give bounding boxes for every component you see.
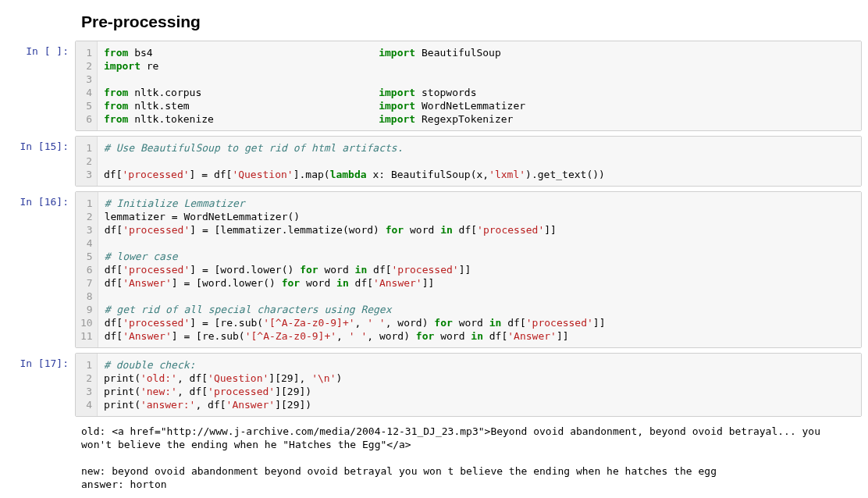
code-token: 'processed' [477,224,544,236]
code-content[interactable]: # double check: print('old:', df['Questi… [98,354,861,416]
code-token: from [104,100,128,112]
code-token: from [104,87,128,98]
code-token: # Initialize Lemmatizer [105,197,245,209]
code-token: ] = [word.lower() [190,264,300,276]
code-token: word [318,264,355,276]
code-token: word [453,317,489,329]
line-number: 3 [80,168,92,181]
line-number: 9 [80,303,93,316]
code-token: 'Answer' [226,399,276,411]
code-token: df[ [367,264,391,276]
code-token: df[ [483,330,507,342]
code-token: '[^A-Za-z0-9]+' [245,330,336,342]
code-token: word [434,330,471,342]
code-token: ' ' [367,317,385,329]
code-token: # double check: [104,359,195,371]
line-number: 3 [80,385,92,398]
code-token: 'Question' [232,169,293,180]
code-cell: In [17]:1234# double check: print('old:'… [6,353,862,417]
code-token: 'Answer' [123,277,172,289]
line-number: 10 [80,316,93,329]
code-token: re [141,60,158,72]
code-input-area[interactable]: 123# Use BeautifulSoup to get rid of htm… [75,136,862,187]
code-token: ]] [557,330,569,342]
line-number-gutter: 123456 [76,41,98,130]
code-token: , [336,330,349,342]
code-token: 'new:' [141,386,177,397]
code-token: word [300,277,336,289]
code-token: nltk.stem [128,100,379,112]
code-token: ] = [re.sub( [190,317,263,329]
code-token: WordNetLemmatizer [415,100,525,112]
code-content[interactable]: from bs4 import BeautifulSoup import re … [98,41,861,130]
code-token: , df[ [177,372,208,384]
line-number: 11 [80,329,93,343]
code-content[interactable]: # Use BeautifulSoup to get rid of html a… [98,137,861,186]
code-input-area[interactable]: 1234# double check: print('old:', df['Qu… [75,353,862,417]
code-content[interactable]: # Initialize Lemmatizer lemmatizer = Wor… [98,192,861,347]
line-number: 6 [80,263,93,276]
line-number: 8 [80,290,93,303]
code-token: import [104,60,141,72]
code-token: 'Question' [208,372,269,384]
cell-prompt: In [15]: [6,136,75,152]
code-token: df[ [105,317,123,329]
code-token: import [379,113,415,125]
code-token: df[ [104,169,122,180]
code-token: df[ [105,264,123,276]
line-number: 3 [80,73,92,86]
code-token: ]] [422,277,435,289]
code-token: print( [104,399,141,411]
code-token: , word) [386,317,435,329]
line-number: 2 [80,59,92,73]
code-token: # get rid of all special characters usin… [105,304,392,315]
code-token: , df[ [195,399,226,411]
code-cell: In [15]:123# Use BeautifulSoup to get ri… [6,136,862,187]
cell-prompt: In [ ]: [6,41,75,57]
code-token: , word) [367,330,416,342]
code-token: 'processed' [122,169,189,180]
code-token: word [404,224,440,236]
code-token: from [104,113,128,125]
line-number: 4 [80,237,93,250]
line-number-gutter: 123 [76,137,98,186]
code-token: df[ [105,330,123,342]
code-input-area[interactable]: 123456from bs4 import BeautifulSoup impo… [75,41,862,131]
code-token: in [489,317,502,329]
output-text: old: <a href="http://www.j-archive.com/m… [75,422,862,494]
code-token: df[ [105,224,123,236]
line-number-gutter: 1234567891011 [76,192,98,347]
code-token: bs4 [128,47,379,59]
line-number: 5 [80,99,92,112]
code-token: ][29], [269,372,311,384]
code-token: # lower case [105,251,178,262]
code-token: ] = [word.lower() [172,277,282,289]
code-token: ]] [593,317,606,329]
code-token: in [355,264,368,276]
code-token: df[ [501,317,525,329]
code-input-area[interactable]: 1234567891011# Initialize Lemmatizer lem… [75,191,862,348]
line-number: 3 [80,223,93,237]
line-number: 2 [80,210,93,223]
code-token: 'processed' [208,386,275,397]
code-token: nltk.corpus [128,87,379,98]
code-token: in [440,224,453,236]
code-token: 'Answer' [507,330,557,342]
line-number: 7 [80,276,93,290]
code-token: ) [336,372,342,384]
code-token: in [471,330,483,342]
code-token: for [300,264,318,276]
code-token: x: BeautifulSoup(x, [367,169,489,180]
code-token: 'processed' [123,317,190,329]
code-token: import [379,100,415,112]
code-token: ] = [lemmatizer.lemmatize(word) [190,224,385,236]
code-token: ' ' [349,330,367,342]
code-token: import [379,47,415,59]
cell-prompt: In [17]: [6,353,75,369]
code-token: ]] [544,224,557,236]
code-token: BeautifulSoup [415,47,501,59]
code-token: 'answer:' [141,399,195,411]
code-token: in [336,277,349,289]
code-token: 'processed' [526,317,593,329]
code-token: for [282,277,300,289]
